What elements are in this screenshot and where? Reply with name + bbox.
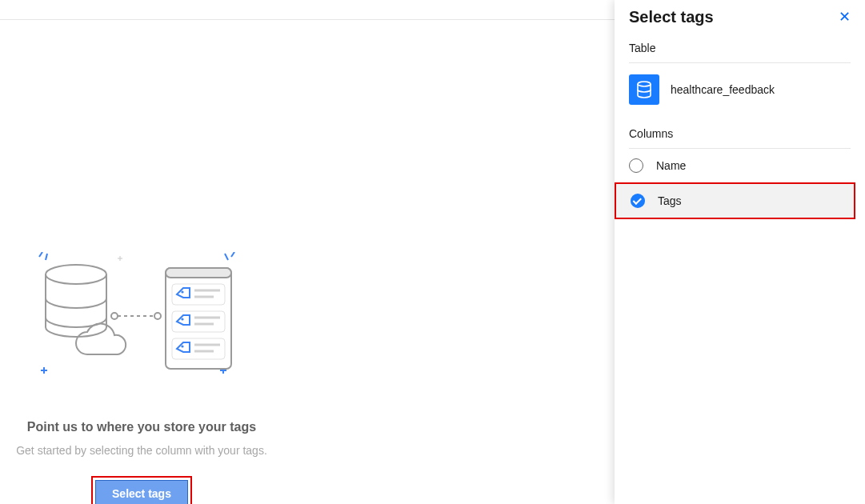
svg-point-28 [638, 82, 651, 86]
column-row-name[interactable]: Name [615, 149, 865, 182]
radio-checked-icon [631, 194, 645, 208]
column-tags-highlight: Tags [615, 182, 855, 219]
table-section-label: Table [615, 34, 865, 58]
panel-header: Select tags ✕ [615, 3, 865, 34]
panel-title: Select tags [629, 8, 714, 26]
main-content: Point us to where you store your tags Ge… [0, 0, 608, 504]
table-row[interactable]: healthcare_feedback [615, 63, 865, 110]
empty-subtext: Get started by selecting the column with… [0, 444, 283, 457]
table-name: healthcare_feedback [671, 83, 775, 96]
empty-state: Point us to where you store your tags Ge… [0, 248, 283, 504]
select-tags-panel: Select tags ✕ Table healthcare_feedback … [615, 0, 865, 504]
database-icon [629, 74, 659, 105]
column-label: Name [656, 159, 686, 172]
empty-headline: Point us to where you store your tags [0, 420, 283, 434]
radio-unchecked-icon [629, 158, 643, 173]
select-tags-button[interactable]: Select tags [95, 480, 188, 504]
columns-section-label: Columns [615, 119, 865, 143]
column-row-tags[interactable]: Tags [616, 184, 854, 218]
close-icon[interactable]: ✕ [835, 6, 854, 27]
select-tags-highlight: Select tags [91, 476, 192, 504]
column-label: Tags [658, 194, 682, 207]
